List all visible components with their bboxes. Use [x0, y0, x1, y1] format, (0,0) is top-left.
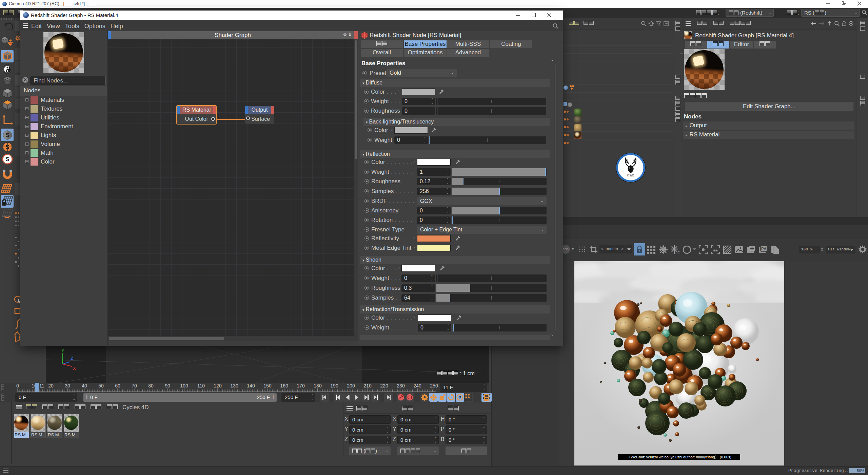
svg-text:S: S [5, 144, 9, 150]
svg-text:240: 240 [413, 383, 421, 388]
svg-text:70: 70 [132, 383, 137, 388]
svg-text:90: 90 [165, 383, 170, 388]
svg-text:〈WeChat: yeluzhi weibo: yeluz: 〈WeChat: yeluzhi weibo: yeluzhi author: … [627, 455, 731, 459]
svg-text:110: 110 [197, 383, 205, 388]
svg-text:G: G [677, 251, 680, 255]
svg-text:160: 160 [280, 383, 288, 388]
svg-text:150: 150 [263, 383, 272, 388]
svg-text:210: 210 [363, 383, 372, 388]
svg-text:Z: Z [71, 356, 73, 361]
svg-text:0: 0 [16, 383, 19, 388]
svg-text:190: 190 [330, 383, 338, 388]
svg-text:P: P [458, 395, 461, 400]
svg-text:30: 30 [65, 383, 70, 388]
svg-text:200: 200 [347, 383, 355, 388]
svg-text:100: 100 [180, 383, 188, 388]
svg-text:20: 20 [48, 383, 54, 388]
svg-text:60: 60 [115, 383, 120, 388]
svg-text:行鹿志: 行鹿志 [627, 174, 635, 177]
svg-text:230: 230 [397, 383, 405, 388]
svg-text:S: S [5, 132, 9, 138]
svg-text:50: 50 [98, 383, 104, 388]
svg-text:X: X [73, 366, 76, 371]
svg-text:PV: PV [761, 247, 766, 251]
svg-text:Y: Y [61, 349, 64, 353]
svg-text:180: 180 [314, 383, 322, 388]
svg-text:120: 120 [214, 383, 222, 388]
svg-text:250: 250 [430, 383, 438, 388]
svg-text:80: 80 [148, 383, 154, 388]
svg-text:130: 130 [230, 383, 238, 388]
svg-text:220: 220 [380, 383, 388, 388]
svg-text:170: 170 [297, 383, 305, 388]
svg-text:S: S [5, 156, 9, 163]
svg-text:40: 40 [82, 383, 87, 388]
svg-text:140: 140 [247, 383, 255, 388]
